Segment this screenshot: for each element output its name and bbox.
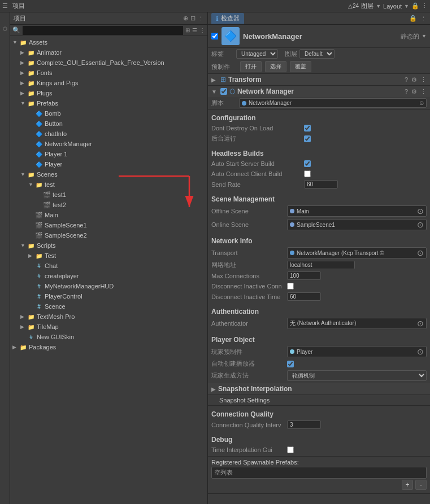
gameobject-name: NetworkManager [243, 32, 302, 41]
transform-header[interactable]: ▶ ⊞ Transform ? ⚙ ⋮ [208, 74, 430, 85]
spawnable-remove-button[interactable]: - [415, 480, 427, 490]
tree-item-kings-and-pigs[interactable]: ▶📁Kings and Pigs [10, 78, 207, 88]
search-extra-2[interactable]: ☰ [192, 27, 197, 33]
snapshot-title: Snapshot Interpolation [218, 385, 292, 393]
sidebar-icon-1[interactable]: ⬡ [2, 15, 8, 43]
search-extra-1[interactable]: ⊞ [185, 27, 190, 33]
tree-item-test1[interactable]: 🎬test1 [10, 190, 207, 200]
nm-enable-checkbox[interactable] [220, 88, 227, 95]
nm-help: ? ⚙ ⋮ [405, 88, 427, 95]
prefab-override-button[interactable]: 覆盖 [290, 61, 311, 72]
conn-quality-input[interactable] [287, 420, 321, 429]
gameobject-active-checkbox[interactable] [211, 33, 218, 40]
tree-item-mynetwork[interactable]: #MyNetworkManagerHUD [10, 281, 207, 291]
send-rate-label: Send Rate [211, 181, 302, 188]
tree-item-scence[interactable]: #Scence [10, 301, 207, 312]
max-conn-input[interactable] [287, 271, 321, 280]
send-rate-input[interactable] [304, 180, 338, 189]
panel-icon-2[interactable]: ⊡ [190, 15, 196, 22]
script-dot-btn[interactable]: ⊙ [419, 100, 424, 106]
prefab-open-button[interactable]: 打开 [240, 61, 262, 72]
tree-arrow-icon: ▶ [20, 50, 27, 55]
nm-help-icon[interactable]: ? [405, 88, 408, 95]
tree-item-player1[interactable]: 🔷Player 1 [10, 149, 207, 159]
transport-field: NetworkManager (Kcp Transport © ⊙ [287, 247, 427, 258]
auto-create-player-checkbox[interactable] [287, 361, 294, 367]
prefab-select-button[interactable]: 选择 [265, 61, 286, 72]
tag-select[interactable]: Untagged [236, 49, 278, 59]
gameobject-static-dropdown[interactable]: ▼ [422, 33, 427, 39]
tree-item-label: Scence [45, 303, 66, 310]
tree-item-assets[interactable]: ▼📁Assets [10, 37, 207, 47]
layers-dropdown-icon[interactable]: ▼ [376, 3, 381, 9]
tree-item-tilemap[interactable]: ▶📁TileMap [10, 322, 207, 332]
auto-start-server-row: Auto Start Server Build [211, 159, 427, 169]
tree-item-button[interactable]: 🔷Button [10, 119, 207, 129]
tree-item-scripts[interactable]: ▼📁Scripts [10, 240, 207, 251]
auto-connect-client-checkbox[interactable] [304, 170, 311, 177]
tree-item-bomb[interactable]: 🔷Bomb [10, 108, 207, 119]
panel-icon-1[interactable]: ⊕ [183, 15, 188, 22]
tree-item-test2[interactable]: 🎬test2 [10, 200, 207, 210]
transform-settings-icon[interactable]: ⚙ [411, 76, 417, 84]
panel-icon-3[interactable]: ⋮ [198, 15, 204, 22]
gameobject-header: 🔷 NetworkManager 静态的 ▼ [208, 25, 430, 48]
tree-item-scenes[interactable]: ▼📁Scenes [10, 169, 207, 179]
inspector-lock-icon[interactable]: 🔒 [409, 15, 417, 22]
tree-item-main[interactable]: 🎬Main [10, 210, 207, 220]
menu-icon[interactable]: ⋮ [422, 2, 428, 10]
tree-item-icon: # [35, 282, 43, 290]
dont-destroy-checkbox[interactable] [304, 125, 311, 132]
snapshot-header[interactable]: ▶ Snapshot Interpolation [208, 383, 430, 395]
tree-item-newguiskin[interactable]: #New GUISkin [10, 332, 207, 342]
network-manager-header[interactable]: ▼ ⬡ Network Manager ? ⚙ ⋮ [208, 86, 430, 97]
tree-item-createplayer[interactable]: #createplayer [10, 271, 207, 281]
auto-start-server-checkbox[interactable] [304, 160, 311, 167]
inspector-menu-icon[interactable]: ⋮ [420, 15, 427, 22]
disconnect-inactive-conn-checkbox[interactable] [287, 283, 294, 290]
tree-item-playercontrol[interactable]: #PlayerControl [10, 291, 207, 301]
tree-item-icon: 📁 [27, 242, 35, 249]
transform-menu-icon[interactable]: ⋮ [420, 76, 427, 84]
lock-icon[interactable]: 🔒 [411, 2, 419, 10]
online-scene-dot-btn[interactable]: ⊙ [417, 221, 424, 229]
search-extra-3[interactable]: ⋮ [199, 27, 205, 33]
tree-item-sample1[interactable]: 🎬SampleScene1 [10, 220, 207, 230]
disconnect-inactive-time-input[interactable] [287, 292, 321, 301]
tree-item-prefabs[interactable]: ▼📁Prefabs [10, 98, 207, 108]
tree-item-chatinfo[interactable]: 🔷chatInfo [10, 129, 207, 139]
tree-item-player[interactable]: 🔷Player [10, 159, 207, 169]
player-prefab-dot-btn[interactable]: ⊙ [417, 348, 424, 356]
tree-item-test-folder[interactable]: ▼📁test [10, 179, 207, 190]
layout-dropdown-icon[interactable]: ▼ [404, 3, 409, 9]
toolbar-icon: ☰ [2, 2, 8, 10]
bg-run-label: 后台运行 [211, 134, 302, 143]
authenticator-dot-btn[interactable]: ⊙ [417, 319, 424, 327]
nm-settings-icon[interactable]: ⚙ [411, 88, 417, 95]
spawnable-add-button[interactable]: + [402, 480, 413, 490]
tree-item-label: Test [45, 252, 56, 259]
tree-item-packages[interactable]: ▶📁Packages [10, 342, 207, 352]
time-interp-row: Time Interpolation Gui [211, 445, 427, 455]
layer-select[interactable]: Default [299, 49, 335, 59]
tree-item-fonts[interactable]: ▶📁Fonts [10, 68, 207, 78]
tree-item-complete-gui[interactable]: ▶📁Complete_GUI_Essential_Pack_Free_Versi… [10, 58, 207, 68]
search-input[interactable] [23, 26, 183, 35]
inspector-tab[interactable]: ℹ 检查器 [211, 13, 244, 24]
nm-menu-icon[interactable]: ⋮ [420, 88, 427, 95]
tree-item-chat[interactable]: #Chat [10, 261, 207, 271]
tree-item-test-scripts[interactable]: ▶📁Test [10, 251, 207, 261]
tree-item-animator[interactable]: ▶📁Animator [10, 47, 207, 58]
tree-item-network-manager[interactable]: 🔷NetworkManager [10, 139, 207, 149]
bg-run-checkbox[interactable] [304, 135, 311, 142]
tree-item-textmesh[interactable]: ▶📁TextMesh Pro [10, 312, 207, 322]
tree-item-sample2[interactable]: 🎬SampleScene2 [10, 230, 207, 240]
spawn-method-select[interactable]: 轮循机制 [287, 370, 427, 381]
network-addr-input[interactable] [287, 261, 355, 269]
time-interp-checkbox[interactable] [287, 446, 294, 453]
offline-scene-dot-btn[interactable]: ⊙ [417, 207, 424, 215]
tree-arrow-icon: ▶ [20, 324, 27, 330]
tree-item-plugs[interactable]: ▶📁Plugs [10, 88, 207, 98]
transform-help-icon[interactable]: ? [405, 76, 408, 84]
transport-dot-btn[interactable]: ⊙ [417, 249, 424, 257]
